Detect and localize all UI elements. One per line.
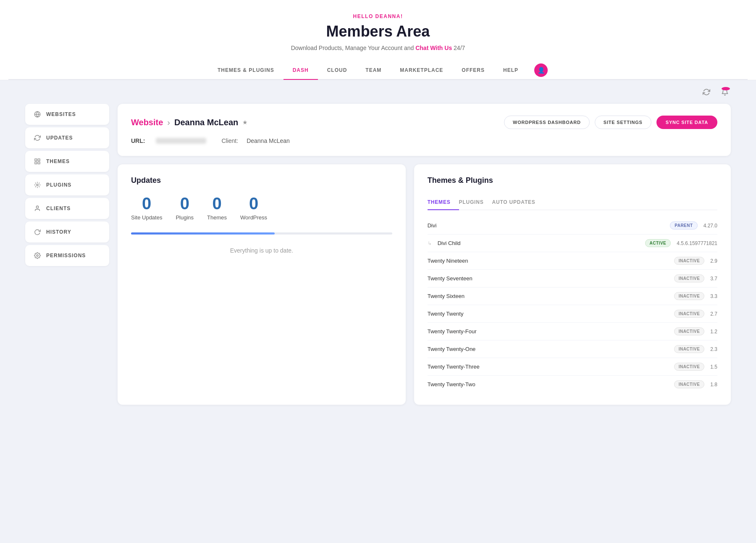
- tab-auto-updates[interactable]: AUTO UPDATES: [492, 195, 543, 210]
- sidebar-item-updates[interactable]: UPDATES: [25, 127, 109, 148]
- theme-row: ↳Divi ChildACTIVE4.5.6.1597771821: [428, 235, 717, 252]
- theme-version: 4.5.6.1597771821: [677, 240, 717, 246]
- stat-plugins-value: 0: [176, 195, 194, 212]
- stat-themes: 0 Themes: [207, 195, 227, 221]
- content-area: Website › Deanna McLean ★ WORDPRESS DASH…: [118, 104, 731, 405]
- clients-icon: [34, 205, 41, 212]
- tab-themes[interactable]: THEMES: [428, 195, 459, 210]
- history-icon: [34, 228, 41, 236]
- subtitle-pre: Download Products, Manage Your Account a…: [291, 45, 416, 51]
- nav-marketplace[interactable]: MARKETPLACE: [391, 61, 452, 80]
- nav-dash[interactable]: DASH: [284, 61, 318, 80]
- site-header: Website › Deanna McLean ★ WORDPRESS DASH…: [131, 116, 717, 129]
- bottom-panels: Updates 0 Site Updates 0 Plugins 0 Theme…: [118, 164, 731, 405]
- wordpress-dashboard-button[interactable]: WORDPRESS DASHBOARD: [504, 116, 590, 129]
- status-badge: PARENT: [670, 221, 697, 229]
- status-badge: INACTIVE: [674, 292, 705, 300]
- sidebar-item-permissions[interactable]: PERMISSIONS: [25, 245, 109, 266]
- progress-bar-container: [131, 232, 392, 235]
- updates-title: Updates: [131, 176, 392, 185]
- sidebar-item-clients[interactable]: CLIENTS: [25, 198, 109, 219]
- theme-name: Twenty Sixteen: [428, 293, 465, 299]
- nav-team[interactable]: TEAM: [356, 61, 391, 80]
- status-badge: ACTIVE: [645, 239, 671, 247]
- nav-help[interactable]: HELP: [494, 61, 528, 80]
- theme-version: 3.7: [710, 276, 717, 282]
- themes-plugins-tabs: THEMES PLUGINS AUTO UPDATES: [428, 195, 717, 210]
- svg-point-7: [36, 206, 38, 208]
- sidebar-label-permissions: PERMISSIONS: [46, 253, 86, 258]
- svg-rect-2: [35, 159, 37, 161]
- theme-row: Twenty Twenty-ThreeINACTIVE1.5: [428, 358, 717, 376]
- sidebar-label-websites: WEBSITES: [46, 111, 76, 117]
- theme-right: INACTIVE3.3: [674, 292, 717, 300]
- nav-cloud[interactable]: CLOUD: [318, 61, 357, 80]
- avatar-icon: 👤: [538, 67, 545, 74]
- sync-site-button[interactable]: SYNC SITE DATA: [656, 116, 717, 129]
- tab-plugins[interactable]: PLUGINS: [459, 195, 492, 210]
- theme-name: Twenty Twenty-One: [428, 346, 476, 352]
- site-settings-button[interactable]: SITE SETTINGS: [595, 116, 651, 129]
- subtitle-post: 24/7: [452, 45, 465, 51]
- sidebar-item-websites[interactable]: WEBSITES: [25, 104, 109, 125]
- site-actions: WORDPRESS DASHBOARD SITE SETTINGS SYNC S…: [504, 116, 717, 129]
- theme-right: INACTIVE1.5: [674, 363, 717, 371]
- theme-name: ↳Divi Child: [428, 240, 461, 246]
- breadcrumb-arrow: ›: [167, 118, 170, 127]
- nav-offers[interactable]: OFFERS: [452, 61, 494, 80]
- progress-bar-fill: [131, 232, 275, 235]
- breadcrumb-link[interactable]: Website: [131, 118, 163, 127]
- page-title: Members Area: [8, 23, 748, 40]
- theme-row: Twenty SeventeenINACTIVE3.7: [428, 270, 717, 287]
- stat-themes-label: Themes: [207, 214, 227, 221]
- svg-rect-3: [38, 159, 40, 161]
- status-badge: INACTIVE: [674, 380, 705, 388]
- updates-icon: [34, 134, 41, 142]
- theme-right: INACTIVE2.9: [674, 257, 717, 265]
- plugins-icon: [34, 181, 41, 189]
- status-badge: INACTIVE: [674, 363, 705, 371]
- svg-rect-4: [35, 162, 37, 164]
- sidebar-label-clients: CLIENTS: [46, 206, 71, 211]
- svg-point-8: [37, 255, 38, 256]
- theme-right: INACTIVE1.8: [674, 380, 717, 388]
- theme-version: 2.7: [710, 311, 717, 317]
- theme-name: Twenty Twenty: [428, 311, 464, 317]
- theme-right: ACTIVE4.5.6.1597771821: [645, 239, 717, 247]
- stat-site-updates: 0 Site Updates: [131, 195, 162, 221]
- star-icon[interactable]: ★: [242, 119, 248, 126]
- svg-point-6: [37, 184, 38, 186]
- nav-themes-plugins[interactable]: THEMES & PLUGINS: [208, 61, 284, 80]
- theme-right: INACTIVE3.7: [674, 274, 717, 282]
- status-badge: INACTIVE: [674, 310, 705, 318]
- theme-version: 2.3: [710, 346, 717, 352]
- stat-plugins-label: Plugins: [176, 214, 194, 221]
- user-avatar[interactable]: 👤: [534, 63, 548, 77]
- chat-link[interactable]: Chat With Us: [415, 45, 452, 51]
- status-badge: INACTIVE: [674, 274, 705, 282]
- refresh-icon[interactable]: [701, 86, 712, 98]
- theme-row: Twenty Twenty-TwoINACTIVE1.8: [428, 376, 717, 393]
- themes-icon: [34, 158, 41, 165]
- sidebar-item-plugins[interactable]: PLUGINS: [25, 174, 109, 195]
- url-value: [156, 138, 206, 144]
- main-nav: THEMES & PLUGINS DASH CLOUD TEAM MARKETP…: [8, 61, 748, 80]
- theme-version: 1.5: [710, 364, 717, 370]
- url-label: URL:: [131, 137, 145, 144]
- child-indent-icon: ↳: [428, 240, 434, 246]
- stat-site-updates-label: Site Updates: [131, 214, 162, 221]
- sidebar-item-history[interactable]: HISTORY: [25, 221, 109, 243]
- theme-version: 1.2: [710, 329, 717, 335]
- updates-card: Updates 0 Site Updates 0 Plugins 0 Theme…: [118, 164, 406, 405]
- sidebar-label-updates: UPDATES: [46, 135, 73, 141]
- theme-right: INACTIVE2.7: [674, 310, 717, 318]
- header-subtitle: Download Products, Manage Your Account a…: [8, 45, 748, 51]
- theme-name: Twenty Twenty-Four: [428, 328, 477, 335]
- main-layout: WEBSITES UPDATES THEMES: [0, 104, 756, 422]
- theme-right: INACTIVE2.3: [674, 345, 717, 353]
- client-label: Client:: [221, 137, 238, 144]
- notifications-icon[interactable]: [719, 86, 731, 98]
- theme-right: PARENT4.27.0: [670, 221, 717, 229]
- sidebar-item-themes[interactable]: THEMES: [25, 151, 109, 172]
- themes-plugins-card: Themes & Plugins THEMES PLUGINS AUTO UPD…: [414, 164, 731, 405]
